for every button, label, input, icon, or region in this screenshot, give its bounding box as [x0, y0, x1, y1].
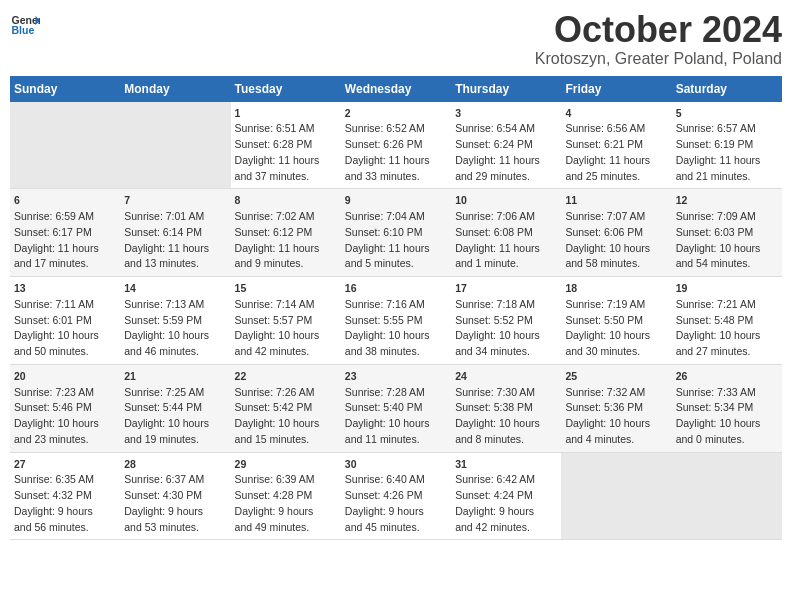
- day-detail: Daylight: 10 hours: [676, 329, 761, 341]
- day-detail: and 8 minutes.: [455, 433, 524, 445]
- day-detail: Daylight: 10 hours: [676, 242, 761, 254]
- day-number: 13: [14, 281, 116, 297]
- day-detail: Daylight: 10 hours: [235, 329, 320, 341]
- weekday-header: Monday: [120, 76, 230, 102]
- day-detail: Daylight: 11 hours: [345, 242, 430, 254]
- day-detail: Daylight: 9 hours: [235, 505, 314, 517]
- day-detail: Sunset: 6:03 PM: [676, 226, 754, 238]
- day-number: 21: [124, 369, 226, 385]
- svg-text:Blue: Blue: [12, 24, 35, 36]
- calendar-cell: 9Sunrise: 7:04 AMSunset: 6:10 PMDaylight…: [341, 189, 451, 277]
- calendar-cell: 6Sunrise: 6:59 AMSunset: 6:17 PMDaylight…: [10, 189, 120, 277]
- day-detail: Daylight: 10 hours: [345, 417, 430, 429]
- day-detail: Sunrise: 7:25 AM: [124, 386, 204, 398]
- day-detail: Daylight: 9 hours: [14, 505, 93, 517]
- day-detail: Sunset: 5:59 PM: [124, 314, 202, 326]
- day-detail: Sunset: 6:06 PM: [565, 226, 643, 238]
- day-detail: Sunrise: 6:57 AM: [676, 122, 756, 134]
- logo: General Blue: [10, 10, 40, 40]
- day-number: 7: [124, 193, 226, 209]
- day-detail: Sunrise: 7:32 AM: [565, 386, 645, 398]
- day-detail: Sunset: 4:32 PM: [14, 489, 92, 501]
- day-detail: and 5 minutes.: [345, 257, 414, 269]
- calendar-cell: 3Sunrise: 6:54 AMSunset: 6:24 PMDaylight…: [451, 102, 561, 189]
- day-detail: Sunrise: 7:07 AM: [565, 210, 645, 222]
- day-number: 11: [565, 193, 667, 209]
- calendar-header-row: SundayMondayTuesdayWednesdayThursdayFrid…: [10, 76, 782, 102]
- day-detail: Sunset: 5:40 PM: [345, 401, 423, 413]
- day-detail: Sunset: 5:34 PM: [676, 401, 754, 413]
- logo-icon: General Blue: [10, 10, 40, 40]
- day-number: 19: [676, 281, 778, 297]
- day-detail: and 15 minutes.: [235, 433, 310, 445]
- day-detail: Sunrise: 7:30 AM: [455, 386, 535, 398]
- day-number: 15: [235, 281, 337, 297]
- day-detail: Daylight: 9 hours: [345, 505, 424, 517]
- calendar-week-row: 20Sunrise: 7:23 AMSunset: 5:46 PMDayligh…: [10, 364, 782, 452]
- day-detail: Sunrise: 7:14 AM: [235, 298, 315, 310]
- calendar-cell: 2Sunrise: 6:52 AMSunset: 6:26 PMDaylight…: [341, 102, 451, 189]
- day-detail: Sunset: 5:38 PM: [455, 401, 533, 413]
- calendar-cell: 12Sunrise: 7:09 AMSunset: 6:03 PMDayligh…: [672, 189, 782, 277]
- calendar-week-row: 6Sunrise: 6:59 AMSunset: 6:17 PMDaylight…: [10, 189, 782, 277]
- day-detail: and 42 minutes.: [455, 521, 530, 533]
- calendar-cell: 15Sunrise: 7:14 AMSunset: 5:57 PMDayligh…: [231, 277, 341, 365]
- day-number: 29: [235, 457, 337, 473]
- calendar-cell: 26Sunrise: 7:33 AMSunset: 5:34 PMDayligh…: [672, 364, 782, 452]
- day-detail: and 58 minutes.: [565, 257, 640, 269]
- calendar-cell: [561, 452, 671, 540]
- calendar-cell: 24Sunrise: 7:30 AMSunset: 5:38 PMDayligh…: [451, 364, 561, 452]
- day-detail: and 50 minutes.: [14, 345, 89, 357]
- day-detail: and 25 minutes.: [565, 170, 640, 182]
- day-detail: Sunrise: 6:54 AM: [455, 122, 535, 134]
- day-detail: Sunset: 6:08 PM: [455, 226, 533, 238]
- day-number: 27: [14, 457, 116, 473]
- day-detail: Daylight: 10 hours: [676, 417, 761, 429]
- calendar-week-row: 1Sunrise: 6:51 AMSunset: 6:28 PMDaylight…: [10, 102, 782, 189]
- day-detail: Daylight: 10 hours: [124, 417, 209, 429]
- day-detail: Daylight: 11 hours: [455, 154, 540, 166]
- day-number: 2: [345, 106, 447, 122]
- calendar-cell: [672, 452, 782, 540]
- day-detail: Daylight: 11 hours: [14, 242, 99, 254]
- day-detail: Sunrise: 6:42 AM: [455, 473, 535, 485]
- weekday-header: Saturday: [672, 76, 782, 102]
- calendar-cell: 21Sunrise: 7:25 AMSunset: 5:44 PMDayligh…: [120, 364, 230, 452]
- day-number: 22: [235, 369, 337, 385]
- day-detail: Sunrise: 7:04 AM: [345, 210, 425, 222]
- day-detail: Sunrise: 6:51 AM: [235, 122, 315, 134]
- day-detail: Sunset: 4:24 PM: [455, 489, 533, 501]
- calendar-cell: 27Sunrise: 6:35 AMSunset: 4:32 PMDayligh…: [10, 452, 120, 540]
- calendar-cell: 7Sunrise: 7:01 AMSunset: 6:14 PMDaylight…: [120, 189, 230, 277]
- day-detail: Daylight: 9 hours: [455, 505, 534, 517]
- day-number: 9: [345, 193, 447, 209]
- month-title: October 2024: [535, 10, 782, 50]
- day-detail: Daylight: 11 hours: [676, 154, 761, 166]
- day-detail: and 34 minutes.: [455, 345, 530, 357]
- day-detail: Daylight: 11 hours: [235, 154, 320, 166]
- day-detail: Sunrise: 7:01 AM: [124, 210, 204, 222]
- day-detail: and 1 minute.: [455, 257, 519, 269]
- day-detail: Sunset: 4:28 PM: [235, 489, 313, 501]
- day-detail: Daylight: 10 hours: [14, 417, 99, 429]
- day-number: 12: [676, 193, 778, 209]
- day-detail: Daylight: 11 hours: [455, 242, 540, 254]
- calendar-week-row: 13Sunrise: 7:11 AMSunset: 6:01 PMDayligh…: [10, 277, 782, 365]
- day-detail: Sunset: 5:55 PM: [345, 314, 423, 326]
- day-detail: Sunrise: 7:23 AM: [14, 386, 94, 398]
- day-number: 4: [565, 106, 667, 122]
- day-detail: Sunrise: 7:18 AM: [455, 298, 535, 310]
- calendar-cell: 30Sunrise: 6:40 AMSunset: 4:26 PMDayligh…: [341, 452, 451, 540]
- calendar-cell: 19Sunrise: 7:21 AMSunset: 5:48 PMDayligh…: [672, 277, 782, 365]
- day-number: 28: [124, 457, 226, 473]
- calendar-cell: 14Sunrise: 7:13 AMSunset: 5:59 PMDayligh…: [120, 277, 230, 365]
- day-detail: and 49 minutes.: [235, 521, 310, 533]
- day-detail: Daylight: 9 hours: [124, 505, 203, 517]
- calendar-cell: 8Sunrise: 7:02 AMSunset: 6:12 PMDaylight…: [231, 189, 341, 277]
- day-detail: and 38 minutes.: [345, 345, 420, 357]
- day-detail: and 30 minutes.: [565, 345, 640, 357]
- calendar-cell: 5Sunrise: 6:57 AMSunset: 6:19 PMDaylight…: [672, 102, 782, 189]
- day-detail: and 42 minutes.: [235, 345, 310, 357]
- day-detail: Sunrise: 6:35 AM: [14, 473, 94, 485]
- calendar-cell: 13Sunrise: 7:11 AMSunset: 6:01 PMDayligh…: [10, 277, 120, 365]
